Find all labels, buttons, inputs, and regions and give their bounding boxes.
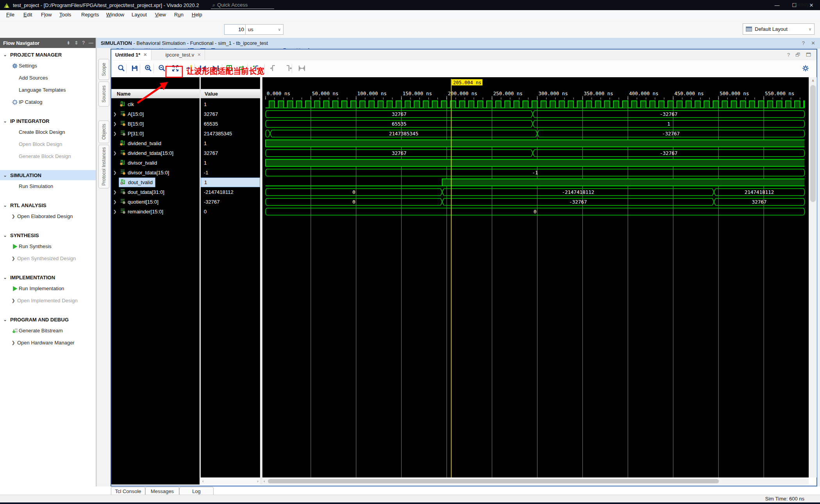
signal-value-P310[interactable]: 2147385345 <box>201 129 260 138</box>
signal-value-dout_tvalid[interactable]: 1 <box>201 177 260 187</box>
flow-item-run-synthesis[interactable]: Run Synthesis <box>0 240 96 252</box>
zoom-in-icon[interactable] <box>143 63 154 74</box>
signal-value-dividend_tdata150[interactable]: 32767 <box>201 148 260 158</box>
flow-item-open-elaborated-design[interactable]: ❯Open Elaborated Design <box>0 210 96 222</box>
scrollbar-thumb[interactable] <box>810 85 816 202</box>
bottom-tab-tcl-console[interactable]: Tcl Console <box>111 487 145 495</box>
signal-row-divisor_tdata150[interactable]: ❯divisor_tdata[15:0] <box>111 168 200 177</box>
flow-item-language-templates[interactable]: Language Templates <box>0 84 96 96</box>
waveform-plot-area[interactable]: 0.000 ns50.000 ns100.000 ns150.000 ns200… <box>262 77 809 477</box>
signal-row-A150[interactable]: ❯A[15:0] <box>111 109 200 119</box>
flow-item-open-implemented-design[interactable]: ❯Open Implemented Design <box>0 295 96 307</box>
previous-transition-icon[interactable] <box>197 63 208 74</box>
menu-flow[interactable]: Flow <box>41 11 52 18</box>
signal-value-divisor_tdata150[interactable]: -1 <box>201 168 260 177</box>
bottom-tab-messages[interactable]: Messages <box>145 487 179 495</box>
waveform-settings-gear-icon[interactable] <box>800 63 811 74</box>
signal-row-dividend_tdata150[interactable]: ❯dividend_tdata[15:0] <box>111 148 200 158</box>
flow-section-ip-integrator[interactable]: ⌄IP INTEGRATOR <box>0 116 96 126</box>
signal-row-divisor_tvalid[interactable]: divisor_tvalid <box>111 158 200 168</box>
menu-file[interactable]: File <box>6 11 14 18</box>
flow-item-settings[interactable]: Settings <box>0 60 96 72</box>
chevron-right-icon[interactable]: ❯ <box>9 340 17 345</box>
signal-value-quotient150[interactable]: -32767 <box>201 197 260 207</box>
menu-run[interactable]: Run <box>174 11 184 18</box>
help-icon[interactable]: ? <box>82 40 85 46</box>
minimize-panel-icon[interactable]: — <box>89 40 93 46</box>
add-marker-icon[interactable] <box>250 63 261 74</box>
flow-item-run-simulation[interactable]: Run Simulation <box>0 180 96 192</box>
zoom-to-cursor-icon[interactable] <box>184 63 195 74</box>
signal-value-clk[interactable]: 1 <box>201 99 260 109</box>
flow-item-create-block-design[interactable]: Create Block Design <box>0 126 96 138</box>
menu-layout[interactable]: Layout <box>132 11 147 18</box>
flow-item-run-implementation[interactable]: Run Implementation <box>0 282 96 295</box>
flow-section-synthesis[interactable]: ⌄SYNTHESIS <box>0 230 96 240</box>
flow-item-open-block-design[interactable]: Open Block Design <box>0 138 96 150</box>
scroll-left-icon[interactable]: ‹ <box>264 479 265 483</box>
side-tab-objects[interactable]: Objects <box>98 121 109 143</box>
flow-item-open-hardware-manager[interactable]: ❯Open Hardware Manager <box>0 337 96 349</box>
chevron-right-icon[interactable]: ❯ <box>9 214 17 219</box>
chevron-right-icon[interactable]: ❯ <box>113 170 119 175</box>
name-column-header[interactable]: Name <box>111 89 200 98</box>
menu-help[interactable]: Help <box>192 11 202 18</box>
wave-tab-untitled-1-[interactable]: Untitled 1*✕ <box>111 50 152 60</box>
float-window-icon[interactable]: 🗗 <box>795 52 800 58</box>
zoom-out-icon[interactable] <box>157 63 168 74</box>
signal-row-dout_tvalid[interactable]: dout_tvalid <box>111 177 200 187</box>
zoom-fit-icon[interactable] <box>170 63 181 74</box>
chevron-right-icon[interactable]: ❯ <box>113 112 119 116</box>
collapse-all-icon[interactable]: ⇟ <box>66 40 70 46</box>
close-icon[interactable]: ✕ <box>811 40 815 46</box>
next-transition-icon[interactable] <box>210 63 221 74</box>
close-icon[interactable]: ✕ <box>197 52 201 57</box>
flow-item-generate-block-design[interactable]: Generate Block Design <box>0 150 96 162</box>
signal-row-remainder150[interactable]: ❯remainder[15:0] <box>111 207 200 217</box>
value-column-header[interactable]: Value <box>201 89 260 98</box>
wave-tab-ipcore-test-v[interactable]: ipcore_test.v✕ <box>162 50 205 60</box>
menu-reports[interactable]: Reports <box>81 11 99 18</box>
add-cursor-icon[interactable] <box>224 63 235 74</box>
save-waveform-icon[interactable] <box>129 63 140 74</box>
flow-item-generate-bitstream[interactable]: 0110Generate Bitstream <box>0 325 96 337</box>
help-icon[interactable]: ? <box>787 52 790 58</box>
signal-value-B150[interactable]: 65535 <box>201 119 260 129</box>
chevron-right-icon[interactable]: ❯ <box>9 298 17 303</box>
chevron-right-icon[interactable]: ❯ <box>113 200 119 204</box>
signal-row-B150[interactable]: ❯B[15:0] <box>111 119 200 129</box>
scrollbar-thumb[interactable] <box>268 479 719 483</box>
run-time-unit-select[interactable]: us ∨ <box>245 24 283 35</box>
signal-row-dividend_tvalid[interactable]: dividend_tvalid <box>111 138 200 148</box>
signal-value-divisor_tvalid[interactable]: 1 <box>201 158 260 168</box>
help-icon[interactable]: ? <box>802 40 805 46</box>
quick-access-input[interactable]: ⌕ Quick Access <box>211 1 274 9</box>
maximize-panel-icon[interactable]: 🗖 <box>806 52 811 58</box>
side-tab-scope[interactable]: Scope <box>98 59 109 80</box>
menu-view[interactable]: View <box>155 11 166 18</box>
scroll-left-icon[interactable]: ‹ <box>202 479 204 483</box>
signal-row-dout_tdata310[interactable]: ❯dout_tdata[31:0] <box>111 187 200 197</box>
signal-value-dividend_tvalid[interactable]: 1 <box>201 138 260 148</box>
minimize-icon[interactable]: — <box>768 0 786 10</box>
swap-cursors-icon[interactable] <box>236 63 247 74</box>
scroll-right-icon[interactable]: › <box>257 479 258 483</box>
flow-section-project-manager[interactable]: ⌄PROJECT MANAGER <box>0 50 96 60</box>
flow-item-add-sources[interactable]: Add Sources <box>0 72 96 84</box>
chevron-right-icon[interactable]: ❯ <box>113 190 119 194</box>
flow-item-open-synthesized-design[interactable]: ❯Open Synthesized Design <box>0 252 96 264</box>
menu-edit[interactable]: Edit <box>23 11 32 18</box>
flow-section-rtl-analysis[interactable]: ⌄RTL ANALYSIS <box>0 200 96 210</box>
menu-tools[interactable]: Tools <box>59 11 71 18</box>
flow-section-implementation[interactable]: ⌄IMPLEMENTATION <box>0 272 96 282</box>
expand-icon[interactable]: ⇕ <box>74 40 78 46</box>
chevron-right-icon[interactable]: ❯ <box>113 122 119 126</box>
chevron-right-icon[interactable]: ❯ <box>113 131 119 136</box>
waveform-horizontal-scrollbar[interactable]: ‹ <box>262 478 809 484</box>
signal-row-clk[interactable]: clk <box>111 99 200 109</box>
signal-value-dout_tdata310[interactable]: -2147418112 <box>201 187 260 197</box>
close-icon[interactable]: ✕ <box>143 52 147 57</box>
run-time-input[interactable] <box>224 24 246 35</box>
chevron-right-icon[interactable]: ❯ <box>9 256 17 261</box>
chevron-right-icon[interactable]: ❯ <box>113 151 119 155</box>
